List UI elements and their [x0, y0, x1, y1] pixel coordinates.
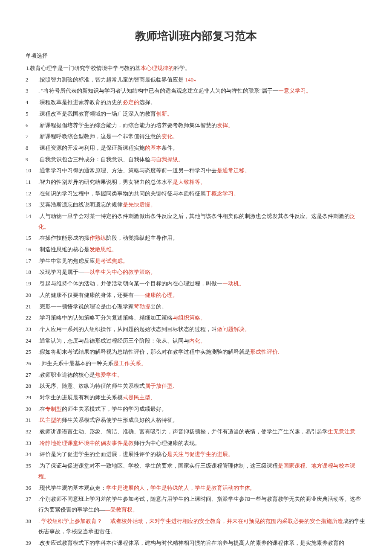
item-content: .改变应试教育模式下的学科本位课程体系，建构与时代精神相习惯的旨在培养与提高人的… — [38, 538, 366, 549]
question-item: 32.教师讲课语言生动、形象、简洁、准确、富有吸引力，声音抑扬顿挫，并伴有适当的… — [26, 427, 366, 437]
item-number: 9 — [26, 154, 38, 165]
item-content: .民主型的师生关系模式容易使学生形成良好的人格特征。 — [38, 415, 366, 426]
item-content: .教师讲课语言生动、形象、简洁、准确、富有吸引力，声音抑扬顿挫，并伴有适当的表情… — [38, 427, 366, 437]
question-item: 22.学习策略中的认知策略可分为复述策略、精细加工策略与组织策略。 — [26, 313, 366, 323]
item-number: 22 — [26, 313, 38, 323]
item-number: 37 — [26, 494, 38, 505]
question-item: 31.民主型的师生关系模式容易使学生形成良好的人格特征。 — [26, 415, 366, 426]
question-item: 36.现代学生观的基本观点走：学生是进展的人，学生是特殊的人，学生是教育活动的主… — [26, 483, 366, 494]
question-item: 24.通常认为，态度与品德形成过程经历三个阶段：依从、认同与内化。 — [26, 336, 366, 346]
question-item: 25.假如将期末考试结果的解释视为总结性评价，那么对在教学过程中实施测验的解释就… — [26, 347, 366, 357]
question-item: 28.以无序、随意、放纵为特征的师生关系模式属于放任型. — [26, 381, 366, 392]
question-list: I.教育心理学是一门研究学校情境中学与教的基本心理规律的科学。2.按照智力测验的… — [26, 63, 366, 549]
question-item: 27.教师职业道德的核心是焦爱学生。 — [26, 370, 366, 381]
item-number: 17 — [26, 256, 38, 267]
question-item: 5.课程改革是我国教育领域的一场广泛深入的教育创新。 — [26, 109, 366, 119]
item-content: . 师生关系中最基本的一种关系是工作关系。 — [38, 358, 366, 369]
question-item: 12.在知识的学习过程中，掌握同类事物的共同的关键特征与本质特征属于概念学习。 — [26, 189, 366, 199]
item-number: 32 — [26, 427, 38, 437]
item-content: .在专制型的师生关系模式下，学生的学习成绩最好。 — [38, 404, 366, 415]
question-item: 6.新课程提倡培养学生的综合能力，而综合能力的培养要考教师集体智慧的发挥。 — [26, 120, 366, 131]
item-content: .艾宾浩斯遗忘曲线说明遗忘的规律是先快后慢。 — [38, 200, 366, 210]
page-title: 教师培训班内部复习范本 — [26, 26, 366, 46]
item-content: .按照智力测验的标准，智力超常儿童的智商最低临界值应是 140» — [38, 75, 366, 85]
item-number: 31 — [26, 415, 38, 426]
item-number: 19 — [26, 279, 38, 289]
question-item: 20.人的健康不仅要有健康的身体，还要有——健康的心理。 — [26, 290, 366, 301]
question-item: 17.学生中常见的焦虑反应是考试焦虑。 — [26, 256, 366, 267]
item-content: .个别教师不同意班上学习差的学生参加考试，随意占用学生的上课时间、指派学生参加一… — [38, 494, 366, 515]
item-number: 12 — [26, 189, 38, 199]
item-number: 7 — [26, 131, 38, 142]
item-content: .对学生的进展最有利的师生关系模式是民主型, — [38, 392, 366, 403]
question-item: 26. 师生关系中最基本的一种关系是工作关系。 — [26, 358, 366, 369]
item-content: .课程改革是我国教育领域的一场广泛深入的教育创新。 — [38, 109, 366, 119]
item-number: 11 — [26, 177, 38, 188]
question-item: 38. 学校组织学上参加教育？ 或者校外活动，未对学生进行相应的安全教育，并未在… — [26, 516, 366, 537]
item-number: 24 — [26, 336, 38, 346]
item-number: 6 — [26, 120, 38, 131]
question-item: 23.个人应用一系列的人组织操作，从问题的起始状态到目标状态的过程，叫做问题解决… — [26, 324, 366, 335]
item-content: 课程资源的开发与利用，是保证新课程实施的基本条件。 — [38, 143, 366, 154]
item-content: .制造性思维的核心是发散思维。 — [38, 244, 366, 255]
item-number: 25 — [26, 347, 38, 357]
item-number: 2 — [26, 75, 38, 85]
question-item: 14.人与动物一旦学会对某一特定的条件刺激做出条件反应之后，其他与该条件相类似的… — [26, 211, 366, 232]
question-item: 16.制造性思维的核心是发散思维。 — [26, 244, 366, 255]
item-content: .现代学生观的基本观点走：学生是进展的人，学生是特殊的人，学生是教育活动的主体, — [38, 483, 366, 494]
item-number: 33 — [26, 438, 38, 449]
item-number: 18 — [26, 267, 38, 278]
question-item: 2.按照智力测验的标准，智力超常儿童的智商最低临界值应是 140» — [26, 75, 366, 85]
item-number: 3 — [26, 86, 38, 96]
question-item: 19.引起与维持个体的活动，并使活动朝向某一个目标的内在心理过程，叫做一一动机。 — [26, 279, 366, 289]
question-item: 30.在专制型的师生关系模式下，学生的学习成绩最好。 — [26, 404, 366, 415]
question-item: 11.智力的性别差异的研究结果说明，男女智力的总体水平是大致相等。 — [26, 177, 366, 188]
item-content: .新课程提倡培养学生的综合能力，而综合能力的培养要考教师集体智慧的发挥。 — [38, 120, 366, 131]
item-number: 16 — [26, 244, 38, 255]
item-content: .评价是为了促进学生的全面进展，进展性评价的核心是关注与促进学生的进展。 — [38, 449, 366, 460]
item-content: .学生中常见的焦虑反应是考试焦虑。 — [38, 256, 366, 267]
question-item: 8 课程资源的开发与利用，是保证新课程实施的基本条件。 — [26, 143, 366, 154]
item-content: .发现学习是属于——以学生为中心的教学策略。 — [38, 267, 366, 278]
item-content: .为了保证与促进课堂对不一致地区、学校、学生的要求，国家实行三级课程管理体制，这… — [38, 461, 366, 482]
item-number: 34 — [26, 449, 38, 460]
section-label: 单项选择 — [26, 51, 366, 61]
item-number: 4 — [26, 97, 38, 108]
item-content: . "将符号所代表的新知识与学习者认知结构中已有的适当观念建立起非人为的与禅性的… — [38, 86, 366, 96]
item-number: 23 — [26, 324, 38, 335]
item-content: .在操作技能形成的操作熟练阶段，动觉操纵起主导作用。 — [38, 233, 366, 244]
question-item: I.教育心理学是一门研究学校情境中学与教的基本心理规律的科学。 — [26, 63, 366, 74]
item-content: .新课程呼唤综合型教师，这是一个非常值得注意的变化。 — [38, 131, 366, 142]
item-content: .人与动物一旦学会对某一特定的条件刺激做出条件反应之后，其他与该条件相类似的刺激… — [38, 211, 366, 232]
item-content: . 学校组织学上参加教育？ 或者校外活动，未对学生进行相应的安全教育，并未在可预… — [38, 516, 366, 537]
item-number: 15 — [26, 233, 38, 244]
item-number: 29 — [26, 392, 38, 403]
question-item: 10.通常学习中习得的通常原理、方法、策略与态度等前一道另一种学习中去是通常迁移… — [26, 166, 366, 176]
item-number: 20 — [26, 290, 38, 301]
item-content: .教师职业道德的核心是焦爱学生。 — [38, 370, 366, 381]
item-number: 28 — [26, 381, 38, 392]
item-content: .冷静地处理课堂环境中的偶发事件是教师行为中心理健康的表现。 — [38, 438, 366, 449]
item-number: 27 — [26, 370, 38, 381]
item-number: 38 — [26, 516, 38, 527]
item-number: 36 — [26, 483, 38, 494]
item-number: 10 — [26, 166, 38, 176]
item-number: 35 — [26, 461, 38, 471]
item-content: .自我意识包含三种成分：自我意识、自我体验与自我操纵。 — [38, 154, 366, 165]
question-item: 9.自我意识包含三种成分：自我意识、自我体验与自我操纵。 — [26, 154, 366, 165]
item-content: .个人应用一系列的人组织操作，从问题的起始状态到目标状态的过程，叫做问题解决。 — [38, 324, 366, 335]
item-content: .通常学习中习得的通常原理、方法、策略与态度等前一道另一种学习中去是通常迁移。 — [38, 166, 366, 176]
item-content: I.教育心理学是一门研究学校情境中学与教的基本心理规律的科学。 — [26, 63, 366, 74]
item-content: .智力的性别差异的研究结果说明，男女智力的总体水平是大致相等。 — [38, 177, 366, 188]
question-item: 37.个别教师不同意班上学习差的学生参加考试，随意占用学生的上课时间、指派学生参… — [26, 494, 366, 515]
question-item: 15.在操作技能形成的操作熟练阶段，动觉操纵起主导作用。 — [26, 233, 366, 244]
item-number: 13 — [26, 200, 38, 210]
item-number: 30 — [26, 404, 38, 415]
question-item: 35.为了保证与促进课堂对不一致地区、学校、学生的要求，国家实行三级课程管理体制… — [26, 461, 366, 482]
item-number: 5 — [26, 109, 38, 119]
item-content: .学习策略中的认知策略可分为复述策略、精细加工策略与组织策略。 — [38, 313, 366, 323]
item-content: .以无序、随意、放纵为特征的师生关系模式属于放任型. — [38, 381, 366, 392]
item-number: 26 — [26, 358, 38, 369]
question-item: 34.评价是为了促进学生的全面进展，进展性评价的核心是关注与促进学生的进展。 — [26, 449, 366, 460]
item-number: 39 — [26, 538, 38, 549]
